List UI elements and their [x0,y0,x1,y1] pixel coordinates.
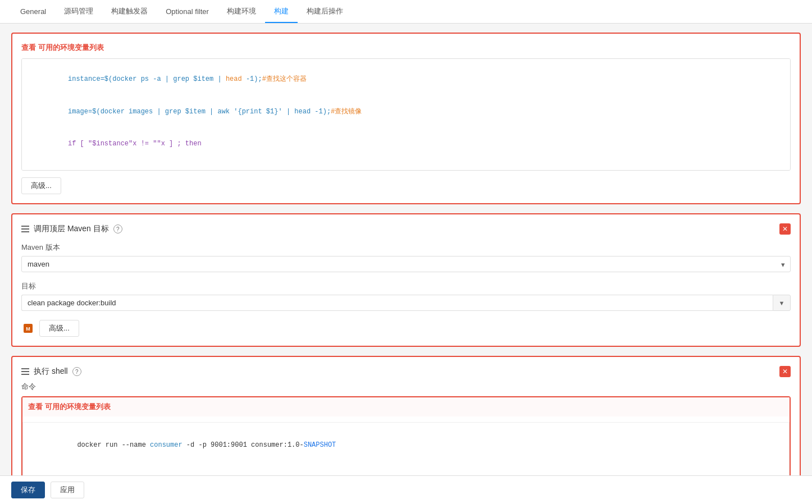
maven-target-label: 目标 [21,281,791,291]
hamburger-line [21,231,29,232]
code-fragment: if [ "$instance"x != ""x ] ; then [68,140,202,148]
tab-build-env[interactable]: 构建环境 [218,1,265,23]
maven-icon: M [21,322,35,335]
tab-optional-filter[interactable]: Optional filter [157,2,218,22]
code-line-2: image=$(docker images | grep $item | awk… [28,96,784,129]
tab-trigger[interactable]: 构建触发器 [102,1,157,23]
shell-close-button[interactable]: ✕ [779,366,791,377]
script-panel: 查看 可用的环境变量列表 instance=$(docker ps -a | g… [11,33,801,204]
maven-logo-icon: M [22,323,34,334]
shell-cmd-label: 命令 [21,382,791,392]
maven-header-left: 调用顶层 Maven 目标 ? [21,224,122,234]
hamburger-line [21,374,29,375]
shell-drag-handle-icon[interactable] [21,368,29,375]
shell-code-fragment: consumer [150,441,183,449]
shell-code-fragment: docker run --name [77,441,150,449]
maven-title: 调用顶层 Maven 目标 [34,224,109,234]
maven-version-select-wrapper: maven [21,256,791,272]
script-advanced-button[interactable]: 高级... [21,177,61,194]
maven-close-button[interactable]: ✕ [779,223,791,235]
maven-target-input-wrapper: ▼ [21,295,791,311]
action-bar: 保存 应用 [0,475,812,504]
code-fragment: instance=$(docker ps -a | grep $item | [68,75,226,83]
shell-code-fragment: -d -p 9001:9001 consumer:1.0- [183,441,304,449]
script-btn-area: 高级... [21,177,791,194]
maven-advanced-button[interactable]: 高级... [39,320,79,337]
maven-footer: M 高级... [21,320,791,337]
hamburger-line [21,371,29,372]
code-comment: #查找镜像 [331,108,362,116]
tab-bar: General 源码管理 构建触发器 Optional filter 构建环境 … [0,0,812,24]
shell-env-title[interactable]: 查看 可用的环境变量列表 [22,397,790,416]
maven-target-group: 目标 ▼ [21,281,791,311]
maven-panel: 调用顶层 Maven 目标 ? ✕ Maven 版本 maven 目标 ▼ [11,213,801,347]
svg-text:M: M [26,326,30,332]
hamburger-line [21,228,29,230]
main-content: 查看 可用的环境变量列表 instance=$(docker ps -a | g… [0,24,812,504]
code-line-1: instance=$(docker ps -a | grep $item | h… [28,63,784,96]
code-fragment: image=$(docker images | grep $item | awk… [68,108,331,116]
apply-button[interactable]: 应用 [51,482,84,498]
tab-post-build[interactable]: 构建后操作 [298,1,352,23]
shell-code-line-1: docker run --name consumer -d -p 9001:90… [29,427,783,464]
maven-version-label: Maven 版本 [21,242,791,253]
maven-target-dropdown-button[interactable]: ▼ [773,295,791,311]
code-fragment: -1); [242,75,262,83]
tab-source[interactable]: 源码管理 [55,1,102,23]
head-keyword: head [226,75,242,83]
code-line-3: if [ "$instance"x != ""x ] ; then [28,128,784,161]
hamburger-line [21,226,29,227]
code-line-4: docker stop $item # 停止容器 [28,161,784,171]
save-button[interactable]: 保存 [11,482,45,498]
maven-version-group: Maven 版本 maven [21,242,791,272]
hamburger-line [21,368,29,369]
shell-title: 执行 shell [34,366,68,377]
shell-help-icon[interactable]: ? [72,367,81,376]
shell-header: 执行 shell ? ✕ [21,366,791,377]
code-comment: #查找这个容器 [262,75,307,83]
drag-handle-icon[interactable] [21,226,29,232]
maven-header: 调用顶层 Maven 目标 ? ✕ [21,223,791,235]
shell-header-left: 执行 shell ? [21,366,81,377]
shell-code-fragment: SNAPSHOT [304,441,336,449]
tab-build[interactable]: 构建 [265,1,298,23]
script-code-area[interactable]: instance=$(docker ps -a | grep $item | h… [21,58,791,171]
script-section-title[interactable]: 查看 可用的环境变量列表 [21,43,791,53]
maven-help-icon[interactable]: ? [113,224,122,233]
maven-version-select[interactable]: maven [21,256,791,272]
maven-target-input[interactable] [21,295,773,311]
tab-general[interactable]: General [11,2,55,22]
